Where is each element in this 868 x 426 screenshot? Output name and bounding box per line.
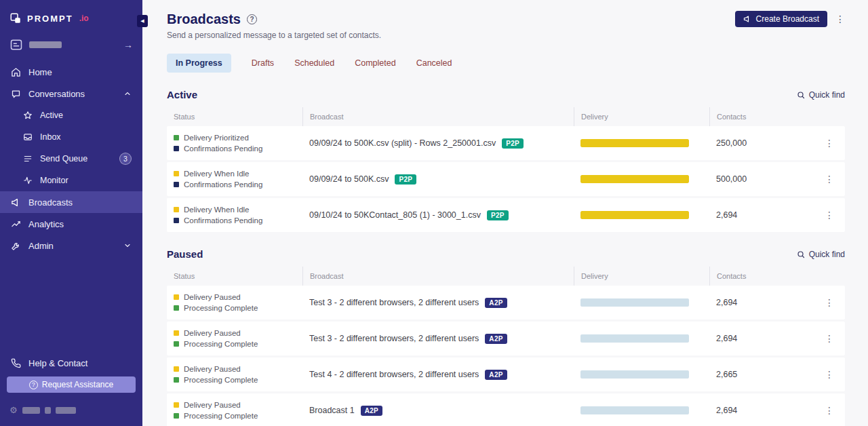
table-row[interactable]: Delivery When Idle Confirmations Pending…: [167, 198, 845, 232]
table-body-paused: Delivery Paused Processing Complete Test…: [167, 286, 845, 426]
send-queue-count-badge: 3: [119, 153, 132, 165]
broadcast-name: 09/09/24 to 500K.csv (split) - Rows 2_25…: [309, 138, 496, 148]
status-square-icon: [174, 402, 179, 408]
column-header-broadcast: Broadcast: [302, 267, 574, 286]
sidebar-item-send-queue[interactable]: Send Queue 3: [0, 148, 142, 170]
tab-in-progress[interactable]: In Progress: [167, 54, 231, 73]
contacts-value: 250,000: [716, 138, 747, 148]
status-line: Delivery Paused: [174, 293, 302, 301]
status-line: Processing Complete: [174, 376, 302, 384]
user-avatar: [9, 38, 23, 52]
sidebar-item-label: Help & Contact: [28, 358, 87, 368]
status-label: Delivery Paused: [184, 365, 241, 373]
contacts-value: 2,694: [716, 406, 737, 415]
delivery-progress-bar: [580, 334, 689, 343]
search-icon: [797, 250, 805, 258]
help-icon[interactable]: ?: [247, 14, 257, 24]
quick-find-button[interactable]: Quick find: [797, 90, 845, 100]
status-square-icon: [174, 341, 179, 347]
row-menu-button[interactable]: ⋮: [825, 174, 834, 185]
sidebar-item-home[interactable]: Home: [0, 61, 142, 83]
broadcast-name: Broadcast 1: [309, 406, 355, 415]
row-menu-button[interactable]: ⋮: [825, 210, 834, 220]
delivery-fill: [580, 406, 689, 414]
star-icon: [23, 111, 33, 120]
sidebar-collapse-button[interactable]: ◀: [137, 15, 148, 27]
column-header-delivery: Delivery: [574, 267, 709, 286]
sidebar-item-admin[interactable]: Admin: [0, 235, 142, 256]
status-square-icon: [174, 305, 179, 311]
tab-bar: In Progress Drafts Scheduled Completed C…: [167, 54, 845, 73]
sidebar: ◀ PROMPT.io → Home: [0, 0, 142, 426]
request-assistance-button[interactable]: ? Request Assistance: [7, 376, 136, 393]
delivery-progress-bar: [580, 406, 689, 414]
quick-find-label: Quick find: [809, 250, 845, 259]
row-menu-button[interactable]: ⋮: [825, 333, 834, 344]
quick-find-button[interactable]: Quick find: [797, 250, 845, 259]
chevron-down-icon: [123, 241, 132, 250]
table-header: Status Broadcast Delivery Contacts: [167, 107, 845, 126]
delivery-progress-bar: [580, 211, 689, 219]
column-header-status: Status: [167, 267, 302, 286]
status-line: Delivery Prioritized: [174, 134, 302, 142]
request-assistance-label: Request Assistance: [42, 380, 113, 389]
status-label: Confirmations Pending: [184, 216, 262, 225]
home-icon: [11, 67, 21, 77]
status-label: Confirmations Pending: [184, 180, 262, 189]
sidebar-item-analytics[interactable]: Analytics: [0, 213, 142, 235]
table-row[interactable]: Delivery Paused Processing Complete Test…: [167, 322, 845, 355]
type-badge: P2P: [395, 174, 416, 185]
table-row[interactable]: Delivery Paused Processing Complete Broa…: [167, 393, 845, 426]
logo: PROMPT.io: [0, 0, 142, 31]
row-menu-button[interactable]: ⋮: [825, 405, 834, 416]
redacted-text: [22, 407, 40, 414]
sidebar-item-label: Send Queue: [40, 154, 87, 163]
sidebar-item-label: Inbox: [40, 132, 61, 142]
status-label: Delivery Prioritized: [184, 134, 249, 142]
status-square-icon: [174, 413, 179, 419]
brand-name: PROMPT: [27, 14, 73, 24]
sidebar-item-inbox[interactable]: Inbox: [0, 126, 142, 148]
column-header-contacts: Contacts: [709, 107, 845, 126]
table-row[interactable]: Delivery Prioritized Confirmations Pendi…: [167, 126, 845, 160]
chevron-up-icon: [123, 90, 132, 98]
tab-completed[interactable]: Completed: [355, 54, 395, 73]
status-square-icon: [174, 207, 179, 212]
table-row[interactable]: Delivery Paused Processing Complete Test…: [167, 286, 845, 320]
broadcast-name: 09/09/24 to 500K.csv: [309, 174, 389, 184]
redacted-text: [56, 407, 76, 414]
sidebar-item-broadcasts[interactable]: Broadcasts: [0, 191, 142, 213]
row-menu-button[interactable]: ⋮: [825, 369, 834, 380]
status-line: Confirmations Pending: [174, 144, 302, 153]
delivery-progress-bar: [580, 370, 689, 379]
contacts-value: 2,694: [716, 298, 737, 307]
table-body-active: Delivery Prioritized Confirmations Pendi…: [167, 126, 845, 232]
delivery-fill: [580, 175, 689, 183]
broadcast-name: Test 3 - 2 different browsers, 2 differe…: [309, 298, 479, 307]
sidebar-item-label: Conversations: [28, 89, 85, 99]
header-menu-button[interactable]: ⋮: [835, 14, 845, 24]
create-broadcast-button[interactable]: Create Broadcast: [735, 11, 827, 27]
inbox-icon: [23, 132, 33, 142]
table-row[interactable]: Delivery Paused Processing Complete Test…: [167, 357, 845, 391]
row-menu-button[interactable]: ⋮: [825, 138, 834, 149]
sidebar-item-help-contact[interactable]: Help & Contact: [0, 352, 142, 374]
sidebar-item-label: Admin: [28, 241, 54, 251]
table-row[interactable]: Delivery When Idle Confirmations Pending…: [167, 162, 845, 196]
open-arrow-icon[interactable]: →: [123, 39, 133, 50]
user-row[interactable]: →: [0, 31, 142, 61]
tab-scheduled[interactable]: Scheduled: [294, 54, 334, 73]
row-menu-button[interactable]: ⋮: [825, 297, 834, 308]
sidebar-item-conversations[interactable]: Conversations: [0, 83, 142, 104]
chat-bubble-icon: [11, 89, 21, 99]
contacts-value: 2,665: [716, 370, 737, 379]
gear-icon[interactable]: ⚙: [9, 405, 18, 415]
status-label: Delivery Paused: [184, 401, 241, 409]
sidebar-item-active[interactable]: Active: [0, 104, 142, 126]
status-square-icon: [174, 135, 179, 140]
sidebar-item-monitor[interactable]: Monitor: [0, 170, 142, 191]
type-badge: A2P: [485, 370, 507, 380]
tab-canceled[interactable]: Canceled: [416, 54, 452, 73]
tab-drafts[interactable]: Drafts: [252, 54, 274, 73]
delivery-fill: [580, 370, 689, 379]
